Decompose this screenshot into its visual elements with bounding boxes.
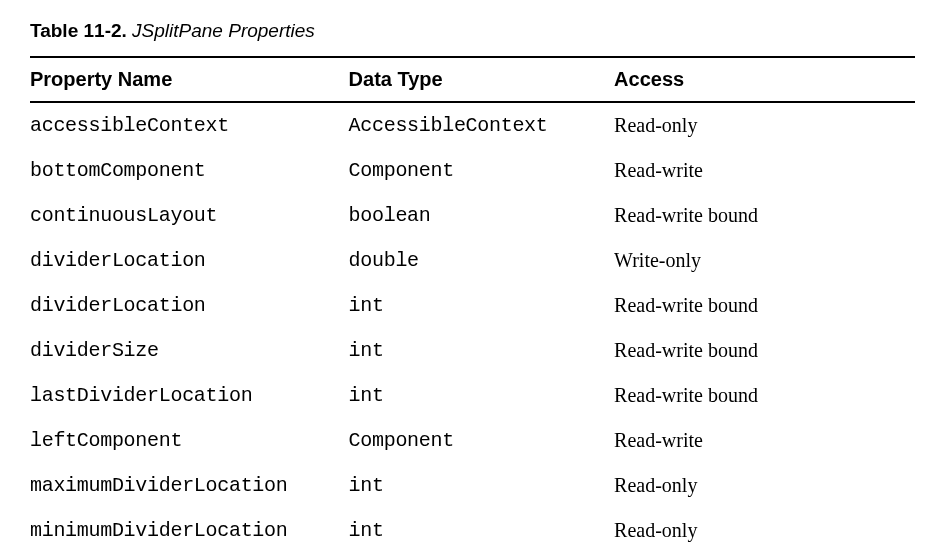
table-row: lastDividerLocationintRead-write bound — [30, 373, 915, 418]
cell-access: Read-write bound — [614, 193, 915, 238]
cell-access: Read-write — [614, 148, 915, 193]
cell-property-name: lastDividerLocation — [30, 373, 349, 418]
cell-access: Read-only — [614, 508, 915, 547]
table-row: maximumDividerLocationintRead-only — [30, 463, 915, 508]
col-header-datatype: Data Type — [349, 57, 615, 102]
cell-property-name: accessibleContext — [30, 102, 349, 148]
table-row: accessibleContextAccessibleContextRead-o… — [30, 102, 915, 148]
cell-data-type: int — [349, 508, 615, 547]
cell-data-type: int — [349, 373, 615, 418]
cell-property-name: minimumDividerLocation — [30, 508, 349, 547]
cell-access: Read-only — [614, 463, 915, 508]
cell-data-type: int — [349, 463, 615, 508]
cell-data-type: AccessibleContext — [349, 102, 615, 148]
col-header-property: Property Name — [30, 57, 349, 102]
cell-property-name: maximumDividerLocation — [30, 463, 349, 508]
cell-data-type: int — [349, 328, 615, 373]
cell-data-type: boolean — [349, 193, 615, 238]
table-row: continuousLayoutbooleanRead-write bound — [30, 193, 915, 238]
cell-data-type: int — [349, 283, 615, 328]
properties-table: Property Name Data Type Access accessibl… — [30, 56, 915, 547]
header-row: Property Name Data Type Access — [30, 57, 915, 102]
table-row: leftComponentComponentRead-write — [30, 418, 915, 463]
cell-property-name: bottomComponent — [30, 148, 349, 193]
cell-access: Read-only — [614, 102, 915, 148]
cell-data-type: Component — [349, 418, 615, 463]
cell-access: Read-write bound — [614, 283, 915, 328]
cell-access: Read-write bound — [614, 328, 915, 373]
table-row: dividerLocationdoubleWrite-only — [30, 238, 915, 283]
cell-property-name: continuousLayout — [30, 193, 349, 238]
cell-data-type: Component — [349, 148, 615, 193]
cell-property-name: dividerLocation — [30, 283, 349, 328]
caption-label: Table 11-2. — [30, 20, 127, 41]
caption-title: JSplitPane Properties — [132, 20, 315, 41]
cell-property-name: dividerLocation — [30, 238, 349, 283]
cell-property-name: leftComponent — [30, 418, 349, 463]
cell-access: Read-write bound — [614, 373, 915, 418]
table-row: bottomComponentComponentRead-write — [30, 148, 915, 193]
cell-data-type: double — [349, 238, 615, 283]
cell-property-name: dividerSize — [30, 328, 349, 373]
table-row: minimumDividerLocationintRead-only — [30, 508, 915, 547]
table-row: dividerLocationintRead-write bound — [30, 283, 915, 328]
table-caption: Table 11-2. JSplitPane Properties — [30, 20, 915, 42]
cell-access: Read-write — [614, 418, 915, 463]
col-header-access: Access — [614, 57, 915, 102]
table-row: dividerSizeintRead-write bound — [30, 328, 915, 373]
cell-access: Write-only — [614, 238, 915, 283]
